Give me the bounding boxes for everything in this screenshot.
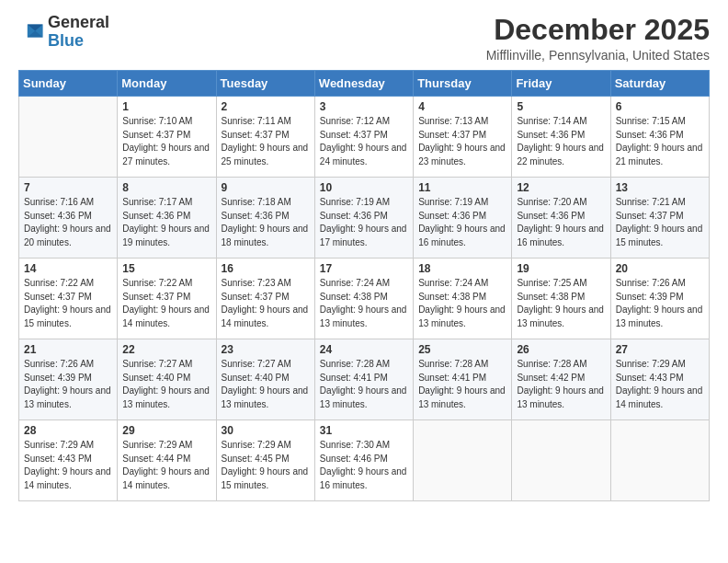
day-info: Sunrise: 7:14 AMSunset: 4:36 PMDaylight:… (517, 115, 605, 168)
calendar-cell: 17Sunrise: 7:24 AMSunset: 4:38 PMDayligh… (314, 259, 413, 339)
calendar-cell: 21Sunrise: 7:26 AMSunset: 4:39 PMDayligh… (19, 339, 118, 420)
calendar-cell: 27Sunrise: 7:29 AMSunset: 4:43 PMDayligh… (610, 339, 709, 420)
calendar-cell: 22Sunrise: 7:27 AMSunset: 4:40 PMDayligh… (118, 339, 216, 420)
calendar-cell (512, 420, 610, 501)
calendar: SundayMondayTuesdayWednesdayThursdayFrid… (18, 70, 710, 501)
day-number: 20 (616, 262, 704, 275)
day-info: Sunrise: 7:29 AMSunset: 4:45 PMDaylight:… (222, 439, 310, 492)
calendar-cell: 15Sunrise: 7:22 AMSunset: 4:37 PMDayligh… (118, 259, 216, 339)
calendar-cell (610, 420, 709, 501)
day-number: 27 (616, 343, 704, 356)
day-info: Sunrise: 7:28 AMSunset: 4:41 PMDaylight:… (320, 358, 408, 411)
day-info: Sunrise: 7:12 AMSunset: 4:37 PMDaylight:… (320, 115, 408, 168)
calendar-cell: 25Sunrise: 7:28 AMSunset: 4:41 PMDayligh… (414, 339, 512, 420)
day-number: 19 (517, 262, 605, 275)
calendar-cell: 9Sunrise: 7:18 AMSunset: 4:36 PMDaylight… (216, 178, 314, 259)
day-info: Sunrise: 7:27 AMSunset: 4:40 PMDaylight:… (222, 358, 310, 411)
calendar-cell: 31Sunrise: 7:30 AMSunset: 4:46 PMDayligh… (314, 420, 413, 501)
calendar-cell: 20Sunrise: 7:26 AMSunset: 4:39 PMDayligh… (610, 259, 709, 339)
day-info: Sunrise: 7:19 AMSunset: 4:36 PMDaylight:… (320, 196, 408, 249)
day-info: Sunrise: 7:11 AMSunset: 4:37 PMDaylight:… (222, 115, 310, 168)
day-number: 15 (122, 262, 210, 275)
day-number: 30 (222, 424, 310, 437)
day-info: Sunrise: 7:17 AMSunset: 4:36 PMDaylight:… (122, 196, 210, 249)
day-number: 8 (122, 181, 210, 194)
day-number: 26 (517, 343, 605, 356)
day-number: 3 (320, 100, 408, 113)
day-info: Sunrise: 7:25 AMSunset: 4:38 PMDaylight:… (517, 277, 605, 330)
calendar-cell: 19Sunrise: 7:25 AMSunset: 4:38 PMDayligh… (512, 259, 610, 339)
day-info: Sunrise: 7:15 AMSunset: 4:36 PMDaylight:… (616, 115, 704, 168)
day-info: Sunrise: 7:13 AMSunset: 4:37 PMDaylight:… (418, 115, 506, 168)
day-info: Sunrise: 7:27 AMSunset: 4:40 PMDaylight:… (122, 358, 210, 411)
day-number: 4 (418, 100, 506, 113)
day-info: Sunrise: 7:28 AMSunset: 4:41 PMDaylight:… (418, 358, 506, 411)
day-number: 17 (320, 262, 408, 275)
month-title: December 2025 (486, 14, 710, 46)
calendar-cell: 26Sunrise: 7:28 AMSunset: 4:42 PMDayligh… (512, 339, 610, 420)
calendar-cell: 7Sunrise: 7:16 AMSunset: 4:36 PMDaylight… (19, 178, 118, 259)
day-info: Sunrise: 7:16 AMSunset: 4:36 PMDaylight:… (24, 196, 112, 249)
title-block: December 2025 Mifflinville, Pennsylvania… (486, 14, 710, 63)
day-info: Sunrise: 7:22 AMSunset: 4:37 PMDaylight:… (24, 277, 112, 330)
calendar-week-5: 28Sunrise: 7:29 AMSunset: 4:43 PMDayligh… (19, 420, 710, 501)
day-info: Sunrise: 7:18 AMSunset: 4:36 PMDaylight:… (222, 196, 310, 249)
day-info: Sunrise: 7:26 AMSunset: 4:39 PMDaylight:… (616, 277, 704, 330)
calendar-cell: 28Sunrise: 7:29 AMSunset: 4:43 PMDayligh… (19, 420, 118, 501)
day-number: 1 (122, 100, 210, 113)
day-number: 16 (222, 262, 310, 275)
day-info: Sunrise: 7:29 AMSunset: 4:43 PMDaylight:… (616, 358, 704, 411)
calendar-cell: 6Sunrise: 7:15 AMSunset: 4:36 PMDaylight… (610, 97, 709, 178)
calendar-cell: 3Sunrise: 7:12 AMSunset: 4:37 PMDaylight… (314, 97, 413, 178)
header: General Blue December 2025 Mifflinville,… (18, 14, 710, 63)
calendar-cell: 14Sunrise: 7:22 AMSunset: 4:37 PMDayligh… (19, 259, 118, 339)
day-number: 6 (616, 100, 704, 113)
calendar-cell: 1Sunrise: 7:10 AMSunset: 4:37 PMDaylight… (118, 97, 216, 178)
day-info: Sunrise: 7:26 AMSunset: 4:39 PMDaylight:… (24, 358, 112, 411)
calendar-cell (19, 97, 118, 178)
day-info: Sunrise: 7:23 AMSunset: 4:37 PMDaylight:… (222, 277, 310, 330)
day-number: 11 (418, 181, 506, 194)
calendar-cell: 2Sunrise: 7:11 AMSunset: 4:37 PMDaylight… (216, 97, 314, 178)
calendar-cell: 10Sunrise: 7:19 AMSunset: 4:36 PMDayligh… (314, 178, 413, 259)
calendar-cell: 24Sunrise: 7:28 AMSunset: 4:41 PMDayligh… (314, 339, 413, 420)
day-info: Sunrise: 7:29 AMSunset: 4:44 PMDaylight:… (122, 439, 210, 492)
calendar-week-1: 1Sunrise: 7:10 AMSunset: 4:37 PMDaylight… (19, 97, 710, 178)
calendar-cell: 5Sunrise: 7:14 AMSunset: 4:36 PMDaylight… (512, 97, 610, 178)
page: General Blue December 2025 Mifflinville,… (0, 0, 728, 563)
day-info: Sunrise: 7:28 AMSunset: 4:42 PMDaylight:… (517, 358, 605, 411)
day-of-week-tuesday: Tuesday (216, 71, 314, 97)
calendar-cell (414, 420, 512, 501)
calendar-header-row: SundayMondayTuesdayWednesdayThursdayFrid… (19, 71, 710, 97)
calendar-cell: 16Sunrise: 7:23 AMSunset: 4:37 PMDayligh… (216, 259, 314, 339)
day-of-week-monday: Monday (118, 71, 216, 97)
day-info: Sunrise: 7:24 AMSunset: 4:38 PMDaylight:… (320, 277, 408, 330)
day-number: 13 (616, 181, 704, 194)
day-number: 24 (320, 343, 408, 356)
calendar-cell: 12Sunrise: 7:20 AMSunset: 4:36 PMDayligh… (512, 178, 610, 259)
day-number: 2 (222, 100, 310, 113)
calendar-week-2: 7Sunrise: 7:16 AMSunset: 4:36 PMDaylight… (19, 178, 710, 259)
day-info: Sunrise: 7:22 AMSunset: 4:37 PMDaylight:… (122, 277, 210, 330)
day-number: 5 (517, 100, 605, 113)
calendar-cell: 23Sunrise: 7:27 AMSunset: 4:40 PMDayligh… (216, 339, 314, 420)
logo-icon (18, 19, 44, 45)
day-of-week-thursday: Thursday (414, 71, 512, 97)
calendar-cell: 8Sunrise: 7:17 AMSunset: 4:36 PMDaylight… (118, 178, 216, 259)
day-of-week-friday: Friday (512, 71, 610, 97)
day-number: 18 (418, 262, 506, 275)
day-of-week-saturday: Saturday (610, 71, 709, 97)
day-info: Sunrise: 7:24 AMSunset: 4:38 PMDaylight:… (418, 277, 506, 330)
day-info: Sunrise: 7:20 AMSunset: 4:36 PMDaylight:… (517, 196, 605, 249)
day-number: 21 (24, 343, 112, 356)
day-number: 12 (517, 181, 605, 194)
day-number: 14 (24, 262, 112, 275)
location: Mifflinville, Pennsylvania, United State… (486, 48, 710, 63)
day-number: 10 (320, 181, 408, 194)
day-number: 25 (418, 343, 506, 356)
logo-text: General Blue (48, 14, 109, 51)
calendar-week-3: 14Sunrise: 7:22 AMSunset: 4:37 PMDayligh… (19, 259, 710, 339)
day-info: Sunrise: 7:21 AMSunset: 4:37 PMDaylight:… (616, 196, 704, 249)
day-info: Sunrise: 7:29 AMSunset: 4:43 PMDaylight:… (24, 439, 112, 492)
day-info: Sunrise: 7:10 AMSunset: 4:37 PMDaylight:… (122, 115, 210, 168)
